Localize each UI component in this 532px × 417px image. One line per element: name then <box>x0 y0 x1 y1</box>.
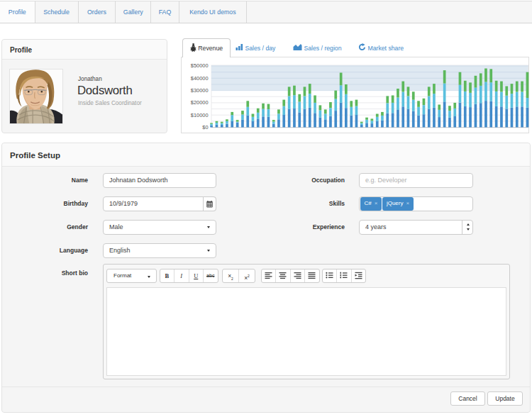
svg-text:$20000: $20000 <box>191 99 209 106</box>
svg-text:$50000: $50000 <box>191 62 209 69</box>
svg-text:$40000: $40000 <box>191 75 209 82</box>
svg-text:$10000: $10000 <box>191 112 209 118</box>
svg-text:$0: $0 <box>202 124 208 130</box>
svg-text:$30000: $30000 <box>191 87 209 94</box>
